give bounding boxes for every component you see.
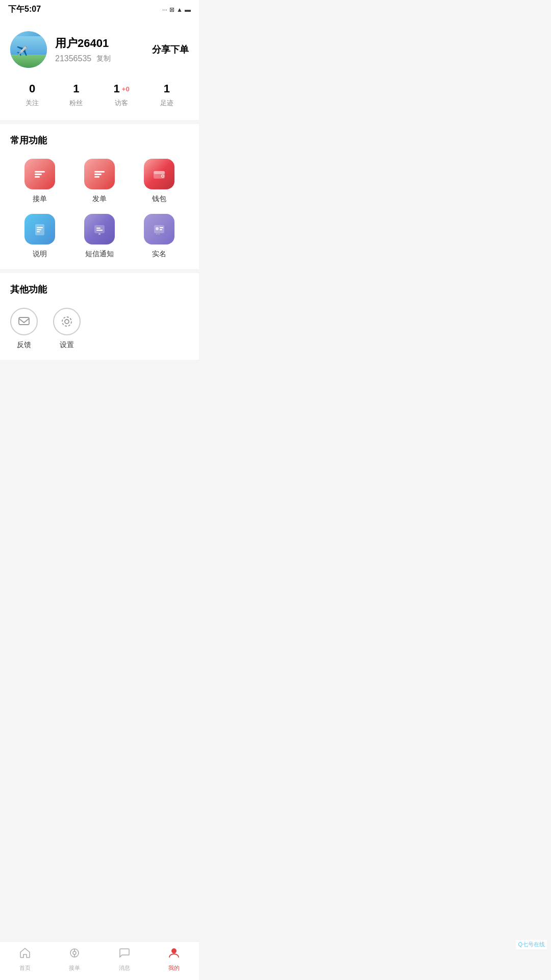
message-nav-label: 消息 xyxy=(119,964,130,972)
func-item-fadan[interactable]: 发单 xyxy=(70,159,130,204)
nav-item-mine[interactable]: 我的 xyxy=(159,947,189,972)
visitor-badge: +0 xyxy=(122,85,130,93)
svg-point-26 xyxy=(62,317,71,326)
stat-number-follow: 0 xyxy=(29,82,35,95)
svg-rect-14 xyxy=(94,225,105,233)
svg-rect-16 xyxy=(96,230,103,231)
nav-item-home[interactable]: 首页 xyxy=(10,947,40,972)
svg-rect-4 xyxy=(94,174,102,175)
svg-rect-2 xyxy=(35,176,40,178)
battery-icon: ▬ xyxy=(185,6,191,13)
status-time: 下午5:07 xyxy=(8,4,41,15)
func-item-jiedan[interactable]: 接单 xyxy=(10,159,70,204)
stat-number-footprint: 1 xyxy=(164,82,170,95)
status-bar: 下午5:07 ··· ⊠ ▲ ▬ xyxy=(0,0,199,19)
profile-info: 用户26401 21356535 复制 xyxy=(55,36,152,63)
stats-row: 0 关注 1 粉丝 1 +0 访客 1 足迹 xyxy=(10,80,189,110)
other-item-feedback[interactable]: 反馈 xyxy=(10,308,38,350)
svg-rect-15 xyxy=(96,228,101,229)
nav-item-jiedan[interactable]: 接单 xyxy=(59,947,90,972)
func-item-qianbao[interactable]: 钱包 xyxy=(129,159,189,204)
stat-label-visitors: 访客 xyxy=(115,99,128,108)
sms-icon xyxy=(84,214,115,244)
jiedan-label: 接单 xyxy=(33,194,47,204)
shuoming-icon xyxy=(24,214,55,244)
other-functions-title: 其他功能 xyxy=(10,283,189,296)
common-functions-grid: 接单 发单 钱包 xyxy=(10,159,189,259)
sim-icon: ⊠ xyxy=(169,6,174,13)
svg-rect-0 xyxy=(35,171,45,173)
profile-header: ✈️ 用户26401 21356535 复制 分享下单 xyxy=(10,31,189,68)
profile-name: 用户26401 xyxy=(55,36,152,51)
svg-rect-5 xyxy=(94,176,99,178)
svg-rect-11 xyxy=(37,227,43,228)
func-item-shuoming[interactable]: 说明 xyxy=(10,214,70,259)
svg-point-19 xyxy=(156,227,159,230)
common-functions-section: 常用功能 接单 发单 xyxy=(0,124,199,269)
wifi-icon: ▲ xyxy=(177,6,183,13)
svg-rect-18 xyxy=(154,225,164,233)
shiming-label: 实名 xyxy=(152,250,166,259)
svg-rect-22 xyxy=(156,234,158,234)
nav-item-message[interactable]: 消息 xyxy=(109,947,140,972)
svg-rect-1 xyxy=(35,174,42,175)
svg-rect-3 xyxy=(94,171,105,173)
stat-item-footprint[interactable]: 1 足迹 xyxy=(160,82,173,108)
svg-point-28 xyxy=(73,951,76,954)
feedback-label: 反馈 xyxy=(17,340,31,350)
stat-number-fans: 1 xyxy=(73,82,79,95)
svg-point-31 xyxy=(171,948,177,953)
shuoming-label: 说明 xyxy=(33,250,47,259)
dots-icon: ··· xyxy=(162,6,167,13)
other-functions-section: 其他功能 反馈 设置 xyxy=(0,273,199,360)
svg-rect-17 xyxy=(98,233,101,235)
stat-label-follow: 关注 xyxy=(26,99,39,108)
sms-label: 短信通知 xyxy=(85,250,114,259)
avatar[interactable]: ✈️ xyxy=(10,31,47,68)
svg-rect-7 xyxy=(154,171,165,174)
home-nav-icon xyxy=(19,947,31,962)
jiedan-icon xyxy=(24,159,55,189)
share-button[interactable]: 分享下单 xyxy=(152,43,189,56)
home-nav-label: 首页 xyxy=(19,964,31,972)
profile-section: ✈️ 用户26401 21356535 复制 分享下单 0 关注 1 粉丝 xyxy=(0,19,199,120)
qianbao-label: 钱包 xyxy=(152,194,166,204)
stat-number-visitors: 1 +0 xyxy=(114,82,130,95)
func-item-sms[interactable]: 短信通知 xyxy=(70,214,130,259)
svg-rect-21 xyxy=(160,229,162,230)
settings-label: 设置 xyxy=(60,340,74,350)
fadan-icon xyxy=(84,159,115,189)
other-item-settings[interactable]: 设置 xyxy=(53,308,81,350)
jiedan-nav-label: 接单 xyxy=(69,964,80,972)
func-item-shiming[interactable]: 实名 xyxy=(129,214,189,259)
bottom-nav: 首页 接单 消息 我的 xyxy=(0,941,199,980)
svg-point-25 xyxy=(65,320,69,324)
svg-rect-20 xyxy=(160,227,163,228)
fadan-label: 发单 xyxy=(92,194,107,204)
settings-icon xyxy=(53,308,81,335)
svg-point-9 xyxy=(162,176,163,177)
stat-item-fans[interactable]: 1 粉丝 xyxy=(69,82,83,108)
profile-id-row: 21356535 复制 xyxy=(55,54,152,63)
copy-button[interactable]: 复制 xyxy=(96,54,111,63)
svg-rect-24 xyxy=(19,317,29,325)
svg-rect-12 xyxy=(37,229,41,230)
mine-nav-label: 我的 xyxy=(168,964,180,972)
feedback-icon xyxy=(10,308,38,335)
shiming-icon xyxy=(144,214,174,244)
status-icons: ··· ⊠ ▲ ▬ xyxy=(162,6,191,13)
qianbao-icon xyxy=(144,159,174,189)
common-functions-title: 常用功能 xyxy=(10,134,189,146)
stat-label-footprint: 足迹 xyxy=(160,99,173,108)
stat-label-fans: 粉丝 xyxy=(69,99,83,108)
stat-item-visitors[interactable]: 1 +0 访客 xyxy=(114,82,130,108)
profile-id: 21356535 xyxy=(55,54,91,63)
jiedan-nav-icon xyxy=(68,947,81,962)
other-functions-grid: 反馈 设置 xyxy=(10,308,189,350)
svg-rect-13 xyxy=(37,231,40,232)
message-nav-icon xyxy=(118,947,131,962)
svg-rect-23 xyxy=(158,234,160,234)
stat-item-follow[interactable]: 0 关注 xyxy=(26,82,39,108)
mine-nav-icon xyxy=(168,947,180,962)
